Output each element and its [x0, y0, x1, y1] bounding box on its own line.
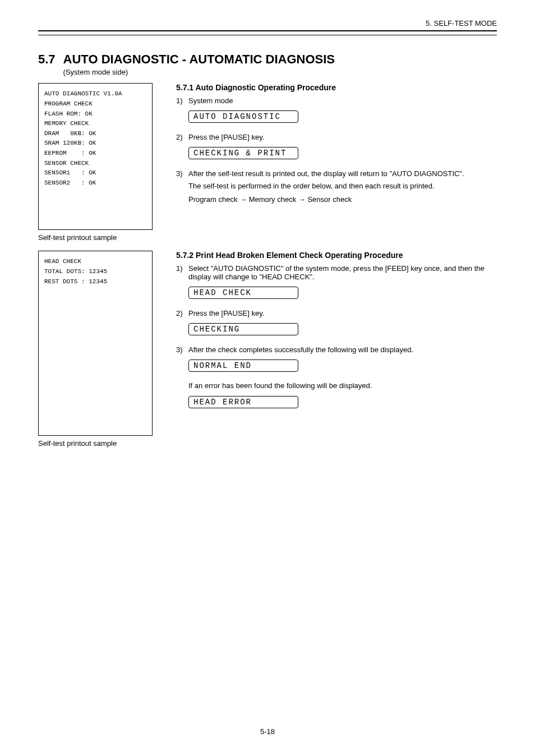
- lcd-auto-diagnostic: AUTO DIAGNOSTIC: [188, 110, 298, 123]
- s1-l6: SRAM 128KB: OK: [44, 139, 146, 149]
- left-column-2: HEAD CHECK TOTAL DOTS: 12345 REST DOTS :…: [38, 251, 162, 448]
- header-subrule: [38, 35, 497, 35]
- ad-step1-label: System mode: [188, 96, 233, 105]
- ad-note: The self-test is performed in the order …: [188, 181, 497, 191]
- lcd-normal-end: NORMAL END: [188, 359, 298, 372]
- header-rule: 5. SELF-TEST MODE: [38, 30, 497, 31]
- hc-step3-extra: If an error has been found the following…: [188, 381, 497, 391]
- s1-l8: SENSOR CHECK: [44, 159, 146, 169]
- lcd-checking-print: CHECKING & PRINT: [188, 147, 298, 159]
- auto-diag-heading: 5.7.1 Auto Diagnostic Operating Procedur…: [176, 83, 497, 92]
- sample-printout-box-2: HEAD CHECK TOTAL DOTS: 12345 REST DOTS :…: [38, 251, 153, 436]
- s2-l0: HEAD CHECK: [44, 257, 146, 267]
- section-subtitle: (System mode side): [63, 68, 335, 76]
- hc-step3-text: After the check completes successfully t…: [188, 345, 413, 354]
- sample1-label: Self-test printout sample: [38, 233, 162, 242]
- left-column-1: AUTO DIAGNOSTIC V1.0A PROGRAM CHECK FLAS…: [38, 83, 162, 242]
- ad-step3-text-b: ".: [459, 169, 464, 178]
- hc-step2-text: Press the [PAUSE] key.: [188, 309, 264, 317]
- sample2-label: Self-test printout sample: [38, 439, 162, 448]
- hc-step1-a: Select ": [188, 264, 213, 273]
- s1-l2: PROGRAM CHECK: [44, 99, 146, 109]
- hc-step1-num: 1): [176, 264, 188, 300]
- s1-l10: SENSOR2 : OK: [44, 178, 146, 188]
- lcd-checking: CHECKING: [188, 323, 298, 335]
- s1-l5: DRAM 8KB: OK: [44, 129, 146, 139]
- ad-step3-num: 3): [176, 169, 188, 203]
- section-header: 5.7 AUTO DIAGNOSTIC - AUTOMATIC DIAGNOSI…: [38, 52, 497, 76]
- header-right-text: 5. SELF-TEST MODE: [426, 19, 497, 27]
- s2-l3: REST DOTS : 12345: [44, 277, 146, 287]
- hc-step1-ad: AUTO DIAGNOSTIC: [213, 264, 280, 273]
- right-column-1: 5.7.1 Auto Diagnostic Operating Procedur…: [162, 83, 497, 242]
- hc-step1-c: ".: [310, 273, 314, 281]
- section-number: 5.7: [38, 52, 56, 67]
- ad-step3-text-a: After the self-test result is printed ou…: [188, 169, 392, 178]
- hc-step1-hc: HEAD CHECK: [262, 273, 310, 281]
- page-footer: 5-18: [0, 727, 535, 736]
- ad-step3-lcd-inline: AUTO DIAGNOSTIC: [392, 169, 459, 178]
- ad-step2-text: Press the [PAUSE] key.: [188, 133, 264, 141]
- ad-step1-num: 1): [176, 96, 188, 124]
- lcd-head-check: HEAD CHECK: [188, 287, 298, 299]
- ad-step2-num: 2): [176, 133, 188, 160]
- lcd-head-error: HEAD ERROR: [188, 396, 298, 408]
- s1-l4: MEMORY CHECK: [44, 119, 146, 129]
- s2-l2: TOTAL DOTS: 12345: [44, 267, 146, 277]
- hc-step3-num: 3): [176, 345, 188, 409]
- s1-l0: AUTO DIAGNOSTIC V1.0A: [44, 89, 146, 99]
- head-check-heading: 5.7.2 Print Head Broken Element Check Op…: [176, 251, 497, 260]
- s1-l9: SENSOR1 : OK: [44, 168, 146, 178]
- section-title: AUTO DIAGNOSTIC - AUTOMATIC DIAGNOSIS: [63, 52, 335, 67]
- right-column-2: 5.7.2 Print Head Broken Element Check Op…: [162, 251, 497, 448]
- s1-l3: FLASH ROM: OK: [44, 109, 146, 119]
- sample-printout-box-1: AUTO DIAGNOSTIC V1.0A PROGRAM CHECK FLAS…: [38, 83, 153, 230]
- ad-order: Program check → Memory check → Sensor ch…: [188, 195, 497, 204]
- hc-step2-num: 2): [176, 309, 188, 336]
- s1-l7: EEPROM : OK: [44, 149, 146, 159]
